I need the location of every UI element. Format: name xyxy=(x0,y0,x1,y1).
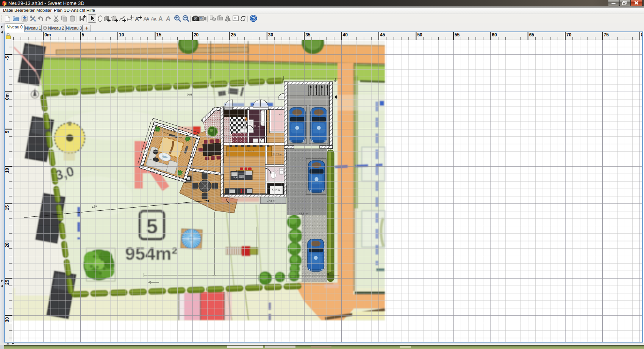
svg-text:4,8: 4,8 xyxy=(279,113,283,116)
svg-text:20: 20 xyxy=(5,243,10,248)
svg-text:A: A xyxy=(146,17,149,21)
svg-text:15: 15 xyxy=(156,32,162,38)
svg-text:A: A xyxy=(166,16,170,22)
svg-text:50: 50 xyxy=(417,32,422,38)
svg-text:60: 60 xyxy=(492,32,497,38)
svg-text:-5: -5 xyxy=(5,56,10,60)
svg-text:0m: 0m xyxy=(5,93,10,100)
svg-text:5: 5 xyxy=(5,130,10,133)
svg-text:75: 75 xyxy=(604,32,609,38)
svg-text:2,52 m²: 2,52 m² xyxy=(275,169,283,172)
svg-text:A: A xyxy=(153,17,157,22)
svg-text:30: 30 xyxy=(5,317,10,322)
svg-text:5,12 m²: 5,12 m² xyxy=(272,189,281,191)
svg-text:5,98: 5,98 xyxy=(187,93,192,96)
svg-text:10: 10 xyxy=(119,32,124,38)
svg-text:25: 25 xyxy=(5,280,10,285)
svg-text:65: 65 xyxy=(529,32,535,38)
svg-text:35: 35 xyxy=(305,32,311,38)
svg-text:20: 20 xyxy=(194,32,199,38)
svg-text:3,80 m²: 3,80 m² xyxy=(246,150,254,152)
svg-text:40: 40 xyxy=(343,32,348,38)
svg-text:1,50: 1,50 xyxy=(91,205,97,208)
svg-text:0m: 0m xyxy=(44,32,51,38)
svg-text:5: 5 xyxy=(82,32,84,38)
svg-text:A: A xyxy=(135,16,139,22)
svg-text:55: 55 xyxy=(455,32,460,38)
svg-text:15: 15 xyxy=(5,205,10,210)
svg-text:10: 10 xyxy=(5,168,10,173)
svg-text:45: 45 xyxy=(380,32,385,38)
svg-text:70: 70 xyxy=(566,32,572,38)
svg-text:10,72 m: 10,72 m xyxy=(273,153,282,156)
svg-text:25: 25 xyxy=(231,32,236,38)
svg-text:A: A xyxy=(158,16,163,22)
svg-text:49,9 m²: 49,9 m² xyxy=(299,212,308,215)
svg-text:30: 30 xyxy=(268,32,274,38)
svg-text:?: ? xyxy=(252,16,255,22)
